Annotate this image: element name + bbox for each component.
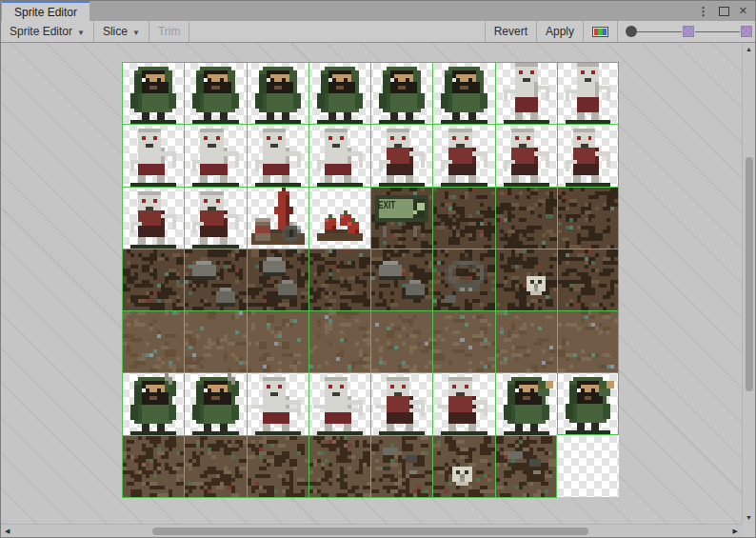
sprite-pixels-survivor-idle bbox=[248, 63, 308, 124]
sprite-editor-dropdown[interactable]: Sprite Editor ▼ bbox=[1, 21, 94, 42]
sprite-pixels-dirt-rocks bbox=[185, 249, 246, 310]
sprite-slice-zombie-white-stand[interactable] bbox=[557, 62, 619, 124]
vertical-scrollbar[interactable]: ▲ ▼ bbox=[742, 43, 755, 524]
sprite-pixels-dirt-plain bbox=[433, 311, 494, 372]
sprite-slice-dirt-dark[interactable] bbox=[308, 249, 370, 310]
texture-mip-icon bbox=[683, 26, 694, 37]
sprite-slice-zombie-red-hunch[interactable] bbox=[184, 187, 246, 249]
sprite-slice-dirt-debris[interactable] bbox=[495, 435, 557, 498]
sprite-slice-dirt-plain[interactable] bbox=[495, 310, 557, 372]
sprite-slice-survivor-idle[interactable] bbox=[122, 62, 184, 124]
sprite-slice-zombie-red-attack[interactable] bbox=[370, 372, 432, 434]
sprite-slice-dirt-dark[interactable] bbox=[495, 187, 557, 249]
scroll-left-arrow[interactable]: ◀ bbox=[5, 528, 10, 534]
sprite-slice-dirt-dark[interactable] bbox=[557, 187, 619, 249]
sprite-slice-survivor-attack[interactable] bbox=[122, 372, 184, 434]
sprite-slice-zombie-white-attack[interactable] bbox=[308, 372, 370, 434]
sprite-slice-survivor-idle2[interactable] bbox=[557, 372, 619, 434]
sprite-slice-dirt-skull-light[interactable] bbox=[432, 435, 494, 498]
sprite-slice-dirt-skull[interactable] bbox=[495, 249, 557, 310]
sprite-pixels-zombie-red-hunch bbox=[123, 188, 184, 249]
revert-button[interactable]: Revert bbox=[485, 21, 537, 42]
revert-button-label: Revert bbox=[494, 25, 527, 38]
sprite-slice-dirt-plain[interactable] bbox=[247, 310, 308, 372]
texture-mip-icon-end bbox=[741, 26, 752, 37]
sprite-slice-survivor-idle[interactable] bbox=[247, 62, 308, 124]
sprite-slice-dirt-dark[interactable] bbox=[557, 249, 619, 310]
sprite-slice-zombie-white-hunch[interactable] bbox=[308, 124, 370, 186]
horizontal-scroll-thumb[interactable] bbox=[152, 528, 588, 535]
sprite-pixels-dirt-dark bbox=[309, 249, 370, 310]
sprite-slice-dirt-mottled[interactable] bbox=[308, 435, 370, 498]
scroll-right-arrow[interactable]: ▶ bbox=[733, 528, 738, 534]
scroll-up-arrow[interactable]: ▲ bbox=[746, 46, 752, 52]
sprite-slice-survivor-idle[interactable] bbox=[370, 62, 432, 124]
sprite-slice-zombie-red-attack[interactable] bbox=[432, 372, 494, 434]
sprite-slice-dirt-plain[interactable] bbox=[122, 310, 184, 372]
sprite-slice-dirt-rocks[interactable] bbox=[370, 249, 432, 310]
sprite-slice-dirt-rocks[interactable] bbox=[247, 249, 308, 310]
sprite-pixels-zombie-white-hunch bbox=[309, 125, 370, 186]
sprite-slice-zombie-red-hunch[interactable] bbox=[432, 124, 494, 186]
sprite-slice-dirt-debris[interactable] bbox=[370, 435, 432, 498]
sprite-pixels-dirt-debris bbox=[371, 436, 432, 497]
maximize-icon[interactable] bbox=[719, 7, 729, 16]
sprite-slice-zombie-red-hunch[interactable] bbox=[557, 124, 619, 186]
scroll-down-arrow[interactable]: ▼ bbox=[746, 514, 752, 521]
sprite-slice-apples[interactable] bbox=[308, 187, 370, 249]
slice-dropdown[interactable]: Slice ▼ bbox=[94, 21, 149, 42]
sprite-slice-dirt-tire[interactable] bbox=[432, 249, 494, 310]
sprite-slice-dirt-plain[interactable] bbox=[370, 310, 432, 372]
sprite-slice-survivor-attack[interactable] bbox=[184, 372, 246, 434]
sprite-pixels-hydrant-debris bbox=[248, 188, 308, 249]
sprite-pixels-zombie-red-attack bbox=[433, 373, 494, 434]
toolbar: Sprite Editor ▼ Slice ▼ Trim Revert Appl… bbox=[1, 21, 755, 43]
sprite-slice-zombie-white-stand[interactable] bbox=[495, 62, 557, 124]
sprite-slice-survivor-idle[interactable] bbox=[432, 62, 494, 124]
trim-button[interactable]: Trim bbox=[149, 21, 190, 42]
apply-button[interactable]: Apply bbox=[537, 21, 584, 42]
kebab-menu-icon[interactable]: ⋮ bbox=[698, 6, 709, 17]
sprite-slice-dirt-plain[interactable] bbox=[184, 310, 246, 372]
sprite-slice-dirt-dark[interactable] bbox=[432, 187, 494, 249]
sprite-pixels-exit-sign bbox=[371, 188, 432, 249]
mip-slider[interactable] bbox=[626, 21, 753, 42]
sprite-pixels-dirt-skull-light bbox=[433, 436, 494, 497]
horizontal-scrollbar[interactable]: ◀ ▶ bbox=[1, 524, 742, 537]
sprite-slice-exit-sign[interactable]: EXIT bbox=[370, 187, 432, 249]
sprite-slice-dirt-plain[interactable] bbox=[308, 310, 370, 372]
sprite-slice-dirt-mottled[interactable] bbox=[122, 435, 184, 498]
sprite-slice-zombie-white-hunch[interactable] bbox=[247, 124, 308, 186]
sprite-pixels-dirt-plain bbox=[248, 311, 308, 372]
sprite-slice-survivor-idle2[interactable] bbox=[495, 372, 557, 434]
sprite-slice-dirt-rocks[interactable] bbox=[184, 249, 246, 310]
vertical-scroll-thumb[interactable] bbox=[746, 157, 753, 391]
sprite-slice-zombie-red-hunch[interactable] bbox=[122, 187, 184, 249]
sprite-pixels-dirt-dark bbox=[558, 249, 618, 310]
sprite-pixels-dirt-mottled bbox=[123, 436, 184, 497]
sprite-slice-dirt-plain[interactable] bbox=[557, 310, 619, 372]
sprite-slice-zombie-red-hunch[interactable] bbox=[370, 124, 432, 186]
sprite-slice-dirt-mottled[interactable] bbox=[247, 435, 308, 498]
sprite-slice-zombie-white-hunch[interactable] bbox=[122, 124, 184, 186]
mip-slider-knob[interactable] bbox=[626, 26, 637, 37]
sprite-slice-zombie-white-attack[interactable] bbox=[247, 372, 308, 434]
sprite-canvas-viewport[interactable]: EXIT bbox=[1, 43, 742, 524]
rgb-toggle-button[interactable] bbox=[584, 21, 618, 42]
sprite-pixels-dirt-plain bbox=[558, 311, 618, 372]
sprite-pixels-survivor-idle2 bbox=[496, 373, 557, 434]
sprite-slice-survivor-idle[interactable] bbox=[308, 62, 370, 124]
texture-grid[interactable]: EXIT bbox=[122, 62, 619, 497]
sprite-slice-dirt-plain[interactable] bbox=[432, 310, 494, 372]
sprite-slice-zombie-red-hunch[interactable] bbox=[495, 124, 557, 186]
sprite-slice-zombie-white-hunch[interactable] bbox=[184, 124, 246, 186]
sprite-slice-dirt-mottled[interactable] bbox=[184, 435, 246, 498]
tab-sprite-editor[interactable]: Sprite Editor bbox=[2, 1, 90, 21]
close-icon[interactable]: ✕ bbox=[739, 6, 747, 16]
sprite-pixels-apples bbox=[309, 188, 370, 249]
sprite-slice-survivor-idle[interactable] bbox=[184, 62, 246, 124]
sprite-slice-dirt-dark[interactable] bbox=[122, 249, 184, 310]
sprite-pixels-zombie-white-stand bbox=[558, 63, 618, 124]
sprite-pixels-dirt-plain bbox=[371, 311, 432, 372]
sprite-slice-hydrant-debris[interactable] bbox=[247, 187, 308, 249]
